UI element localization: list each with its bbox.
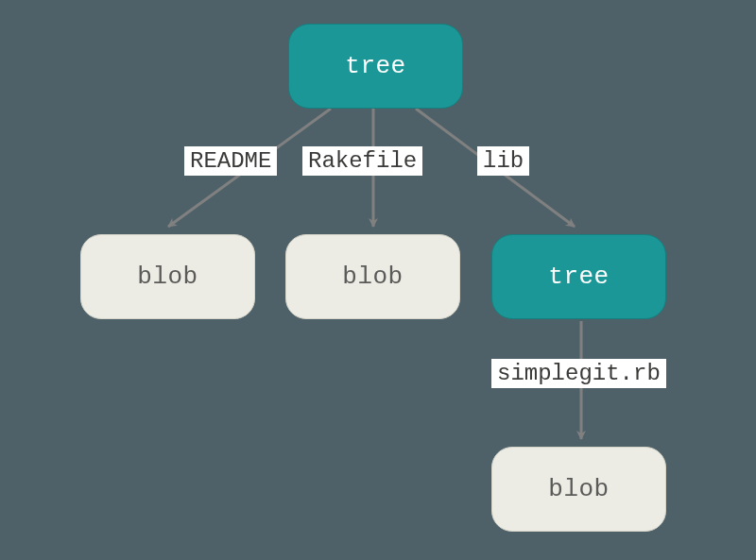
git-tree-diagram: tree README Rakefile lib blob blob tree … [0,0,756,560]
edge-label-readme: README [184,146,277,176]
edge-label-rakefile: Rakefile [302,146,422,176]
node-blob-rakefile: blob [285,234,460,319]
node-label: blob [342,263,403,291]
node-lib-tree: tree [491,234,666,319]
node-root-tree: tree [288,24,463,109]
edge-label-lib: lib [477,146,529,176]
node-blob-readme: blob [80,234,255,319]
node-blob-simplegit: blob [491,447,666,532]
node-label: tree [548,263,609,291]
edge-label-simplegit: simplegit.rb [491,359,666,388]
node-label: blob [137,263,198,291]
node-label: blob [548,475,609,503]
node-label: tree [345,52,405,80]
